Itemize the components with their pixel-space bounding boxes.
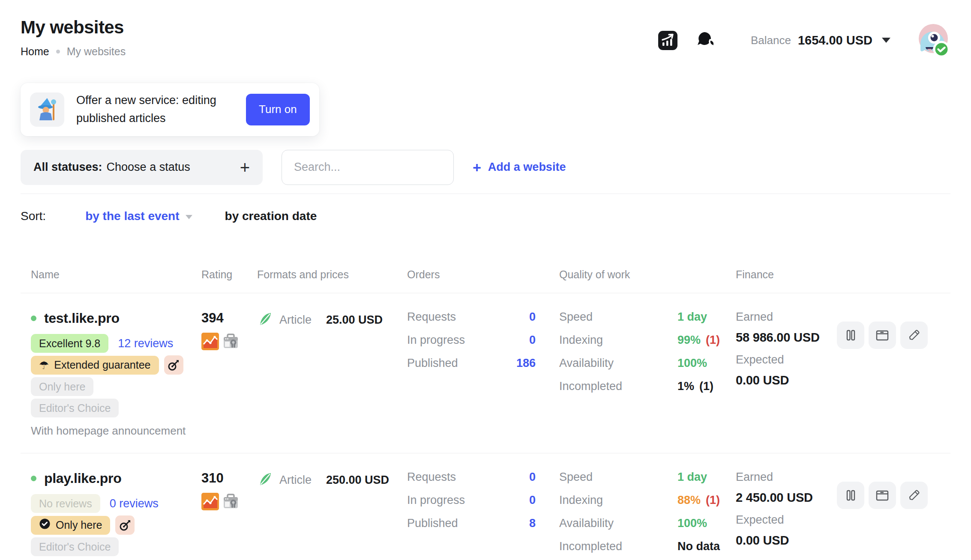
orders-label: Published <box>407 517 458 530</box>
rating-value: 310 <box>201 471 257 486</box>
chat-icon[interactable] <box>696 30 716 50</box>
finance-label: Earned <box>736 471 837 484</box>
search-input[interactable] <box>282 150 454 185</box>
column-header-name: Name <box>21 268 201 281</box>
balance-value: 1654.00 USD <box>798 33 872 48</box>
chevron-down-icon <box>882 38 890 43</box>
quality-label: Speed <box>559 310 677 324</box>
quality-label: Availability <box>559 357 677 370</box>
table-header-row: Name Rating Formats and prices Orders Qu… <box>21 268 950 293</box>
status-filter[interactable]: All statuses: Choose a status + <box>21 150 263 185</box>
breadcrumb-current: My websites <box>67 45 126 58</box>
analytics-icon[interactable] <box>658 30 678 51</box>
add-website-button[interactable]: + Add a website <box>473 160 566 175</box>
sort-active-label: by the last event <box>85 209 179 223</box>
rating-badge: No reviews <box>31 494 100 513</box>
google-analytics-icon <box>201 333 219 352</box>
quality-label: Speed <box>559 471 677 484</box>
edit-button[interactable] <box>900 482 928 509</box>
quality-value: 100% <box>677 357 707 370</box>
column-header-orders: Orders <box>407 268 559 281</box>
banner-message: Offer a new service: editing published a… <box>76 92 234 128</box>
orders-value[interactable]: 0 <box>529 334 536 347</box>
format-label: Article <box>279 474 312 487</box>
sort-option-creation-date[interactable]: by creation date <box>225 209 317 223</box>
quality-label: Incompleted <box>559 540 677 553</box>
plus-icon: + <box>240 159 250 176</box>
divider <box>21 194 950 194</box>
orders-label: Published <box>407 357 458 370</box>
check-circle-icon <box>39 518 51 532</box>
turn-on-button[interactable]: Turn on <box>246 94 310 125</box>
finance-label: Expected <box>736 353 837 366</box>
orders-value[interactable]: 0 <box>529 310 536 324</box>
finance-value: 2 450.00 USD <box>736 491 837 505</box>
avatar[interactable] <box>914 22 950 58</box>
plus-icon: + <box>473 160 481 175</box>
breadcrumb-separator <box>56 50 60 54</box>
quality-label: Availability <box>559 517 677 530</box>
breadcrumb-home[interactable]: Home <box>21 45 49 58</box>
sort-option-last-event[interactable]: by the last event <box>85 209 192 223</box>
status-dot <box>31 316 36 321</box>
quality-label: Incompleted <box>559 380 677 393</box>
quality-value: 1 day <box>677 310 707 324</box>
promo-banner: Offer a new service: editing published a… <box>21 83 319 136</box>
quality-value: 88% <box>677 494 701 507</box>
feather-icon <box>257 311 273 328</box>
website-link[interactable]: test.like.pro <box>31 310 201 326</box>
quality-extra: (1) <box>706 494 720 507</box>
dart-icon <box>164 355 183 375</box>
orders-value[interactable]: 0 <box>529 494 536 507</box>
quality-value: 1 day <box>677 471 707 484</box>
website-name: test.like.pro <box>44 310 120 326</box>
archive-button[interactable] <box>869 482 896 509</box>
archive-button[interactable] <box>869 322 896 349</box>
status-dot <box>31 476 36 481</box>
reviews-link[interactable]: 12 reviews <box>118 337 173 350</box>
column-header-finance: Finance <box>736 268 950 281</box>
orders-value[interactable]: 0 <box>529 471 536 484</box>
finance-label: Expected <box>736 513 837 527</box>
website-link[interactable]: play.like.pro <box>31 471 201 486</box>
edit-button[interactable] <box>900 322 928 349</box>
format-label: Article <box>279 313 312 327</box>
orders-label: Requests <box>407 310 456 324</box>
editors-choice-badge: Editor's Choice <box>31 399 119 417</box>
status-filter-value: Choose a status <box>107 161 190 174</box>
finance-label: Earned <box>736 310 837 324</box>
table-row: test.like.pro Excellent 9.8 12 reviews ☂… <box>21 293 950 453</box>
pause-button[interactable] <box>837 322 864 349</box>
search-console-icon <box>222 493 240 512</box>
orders-value[interactable]: 8 <box>529 517 536 530</box>
reviews-link[interactable]: 0 reviews <box>110 497 159 510</box>
quality-value: 100% <box>677 517 707 530</box>
website-name: play.like.pro <box>44 471 121 486</box>
google-analytics-icon <box>201 493 219 512</box>
umbrella-icon: ☂ <box>39 360 49 371</box>
quality-value: 99% <box>677 334 701 347</box>
orders-label: Requests <box>407 471 456 484</box>
breadcrumb: Home My websites <box>21 45 126 58</box>
orders-value[interactable]: 186 <box>516 357 536 370</box>
balance-dropdown[interactable]: Balance 1654.00 USD <box>751 33 890 48</box>
add-website-label: Add a website <box>488 161 566 174</box>
homepage-note: With homepage announcement <box>31 424 201 438</box>
finance-value: 0.00 USD <box>736 373 837 387</box>
editors-choice-badge: Editor's Choice <box>31 537 119 556</box>
table-row: play.like.pro No reviews 0 reviews Only … <box>21 453 950 560</box>
quality-extra: (1) <box>706 334 720 347</box>
pause-button[interactable] <box>837 482 864 509</box>
column-header-formats: Formats and prices <box>257 268 407 281</box>
orders-label: In progress <box>407 334 465 347</box>
only-here-feature-badge: Only here <box>31 516 110 535</box>
column-header-quality: Quality of work <box>559 268 736 281</box>
only-here-label: Only here <box>56 519 102 531</box>
quality-extra: (1) <box>699 380 713 393</box>
websites-table: Name Rating Formats and prices Orders Qu… <box>21 268 950 560</box>
feather-icon <box>257 471 273 489</box>
only-here-badge: Only here <box>31 377 93 396</box>
format-price: 25.00 USD <box>326 313 383 327</box>
finance-value: 58 986.00 USD <box>736 331 837 345</box>
column-header-rating: Rating <box>201 268 257 281</box>
